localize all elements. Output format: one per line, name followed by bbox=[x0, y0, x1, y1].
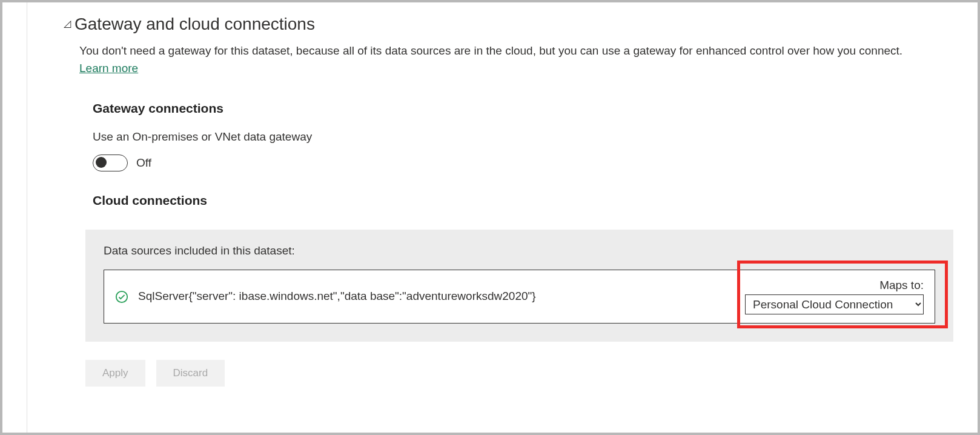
discard-button[interactable]: Discard bbox=[156, 360, 225, 387]
gateway-connections-section: Gateway connections Use an On-premises o… bbox=[93, 101, 959, 171]
section-description: You don't need a gateway for this datase… bbox=[79, 42, 927, 77]
learn-more-link[interactable]: Learn more bbox=[79, 62, 138, 75]
panel-label: Data sources included in this dataset: bbox=[104, 244, 935, 257]
maps-to-select[interactable]: Personal Cloud Connection bbox=[745, 294, 924, 314]
gateway-heading: Gateway connections bbox=[93, 101, 959, 116]
data-source-text: SqlServer{"server": ibase.windows.net","… bbox=[138, 288, 732, 305]
gateway-toggle-state: Off bbox=[136, 156, 151, 170]
data-source-row: SqlServer{"server": ibase.windows.net","… bbox=[104, 270, 935, 324]
gateway-toggle-label: Use an On-premises or VNet data gateway bbox=[93, 130, 959, 144]
section-header[interactable]: ◿ Gateway and cloud connections bbox=[64, 15, 959, 34]
cloud-heading: Cloud connections bbox=[93, 193, 959, 208]
maps-to-area: Maps to: Personal Cloud Connection bbox=[742, 279, 924, 314]
maps-to-label: Maps to: bbox=[879, 279, 924, 292]
section-title: Gateway and cloud connections bbox=[74, 15, 315, 34]
collapse-triangle-icon: ◿ bbox=[64, 18, 71, 29]
gateway-toggle[interactable] bbox=[93, 154, 128, 171]
toggle-knob-icon bbox=[96, 157, 107, 168]
svg-point-0 bbox=[116, 291, 127, 302]
cloud-connections-section: Cloud connections bbox=[93, 193, 959, 208]
check-circle-icon bbox=[115, 290, 128, 304]
data-sources-panel: Data sources included in this dataset: S… bbox=[85, 230, 953, 342]
apply-button[interactable]: Apply bbox=[85, 360, 145, 387]
action-row: Apply Discard bbox=[85, 360, 959, 387]
description-text: You don't need a gateway for this datase… bbox=[79, 44, 902, 57]
